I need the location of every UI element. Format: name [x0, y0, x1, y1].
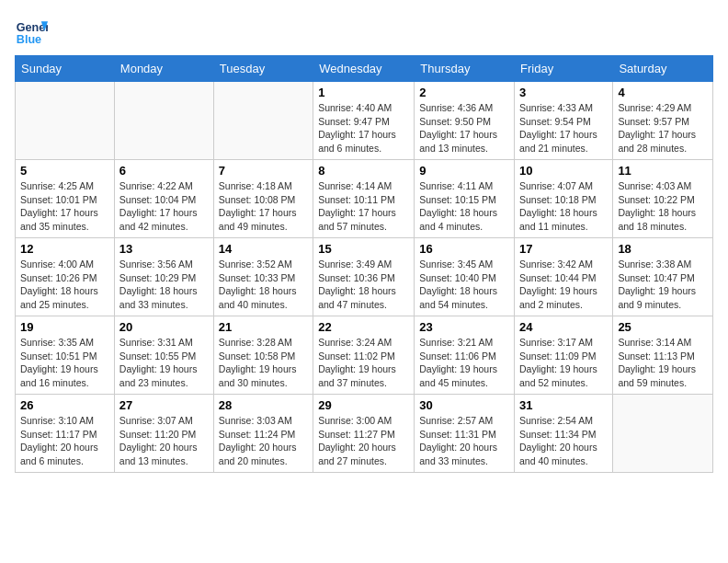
day-info: Sunrise: 3:42 AM Sunset: 10:44 PM Daylig… — [519, 258, 608, 312]
calendar-cell: 9Sunrise: 4:11 AM Sunset: 10:15 PM Dayli… — [415, 160, 515, 238]
day-number: 2 — [419, 86, 509, 99]
calendar-header-wednesday: Wednesday — [313, 56, 415, 82]
day-info: Sunrise: 4:40 AM Sunset: 9:47 PM Dayligh… — [318, 101, 409, 155]
calendar-cell: 18Sunrise: 3:38 AM Sunset: 10:47 PM Dayl… — [613, 238, 713, 316]
day-info: Sunrise: 3:38 AM Sunset: 10:47 PM Daylig… — [618, 258, 708, 312]
day-info: Sunrise: 3:03 AM Sunset: 11:24 PM Daylig… — [219, 414, 308, 468]
calendar-table: SundayMondayTuesdayWednesdayThursdayFrid… — [15, 55, 713, 473]
day-number: 23 — [419, 320, 509, 334]
day-info: Sunrise: 3:56 AM Sunset: 10:29 PM Daylig… — [119, 258, 209, 312]
calendar-header-thursday: Thursday — [415, 56, 515, 82]
week-row-2: 12Sunrise: 4:00 AM Sunset: 10:26 PM Dayl… — [16, 238, 713, 316]
logo: General Blue — [15, 15, 51, 48]
day-number: 18 — [618, 242, 708, 256]
day-number: 31 — [519, 398, 608, 412]
calendar-header-monday: Monday — [114, 56, 213, 82]
calendar-cell: 29Sunrise: 3:00 AM Sunset: 11:27 PM Dayl… — [313, 395, 415, 473]
day-number: 12 — [20, 242, 109, 256]
day-info: Sunrise: 3:28 AM Sunset: 10:58 PM Daylig… — [219, 336, 308, 390]
day-info: Sunrise: 3:07 AM Sunset: 11:20 PM Daylig… — [119, 414, 209, 468]
day-number: 28 — [219, 398, 308, 412]
day-number: 17 — [519, 242, 608, 256]
calendar-cell: 23Sunrise: 3:21 AM Sunset: 11:06 PM Dayl… — [415, 316, 515, 395]
day-info: Sunrise: 3:21 AM Sunset: 11:06 PM Daylig… — [419, 336, 509, 390]
day-number: 15 — [318, 242, 409, 256]
day-number: 13 — [119, 242, 209, 256]
calendar-cell: 22Sunrise: 3:24 AM Sunset: 11:02 PM Dayl… — [313, 316, 415, 395]
calendar-cell: 10Sunrise: 4:07 AM Sunset: 10:18 PM Dayl… — [515, 160, 613, 238]
calendar-cell: 16Sunrise: 3:45 AM Sunset: 10:40 PM Dayl… — [415, 238, 515, 316]
calendar-cell: 6Sunrise: 4:22 AM Sunset: 10:04 PM Dayli… — [114, 160, 213, 238]
calendar-cell: 12Sunrise: 4:00 AM Sunset: 10:26 PM Dayl… — [16, 238, 115, 316]
svg-text:Blue: Blue — [17, 33, 41, 46]
day-info: Sunrise: 4:00 AM Sunset: 10:26 PM Daylig… — [20, 258, 109, 312]
day-info: Sunrise: 4:18 AM Sunset: 10:08 PM Daylig… — [219, 179, 308, 234]
day-info: Sunrise: 3:31 AM Sunset: 10:55 PM Daylig… — [119, 336, 209, 390]
day-info: Sunrise: 4:03 AM Sunset: 10:22 PM Daylig… — [618, 179, 708, 234]
calendar-cell: 2Sunrise: 4:36 AM Sunset: 9:50 PM Daylig… — [415, 82, 515, 160]
day-info: Sunrise: 3:24 AM Sunset: 11:02 PM Daylig… — [318, 336, 409, 390]
calendar-cell: 28Sunrise: 3:03 AM Sunset: 11:24 PM Dayl… — [213, 395, 313, 473]
day-info: Sunrise: 3:17 AM Sunset: 11:09 PM Daylig… — [519, 336, 608, 390]
day-info: Sunrise: 4:22 AM Sunset: 10:04 PM Daylig… — [119, 179, 209, 234]
page-header: General Blue — [15, 15, 713, 48]
day-info: Sunrise: 3:10 AM Sunset: 11:17 PM Daylig… — [20, 414, 109, 468]
day-number: 24 — [519, 320, 608, 334]
day-number: 27 — [119, 398, 209, 412]
calendar-cell: 24Sunrise: 3:17 AM Sunset: 11:09 PM Dayl… — [515, 316, 613, 395]
calendar-cell: 4Sunrise: 4:29 AM Sunset: 9:57 PM Daylig… — [613, 82, 713, 160]
day-info: Sunrise: 3:35 AM Sunset: 10:51 PM Daylig… — [20, 336, 109, 390]
day-info: Sunrise: 3:49 AM Sunset: 10:36 PM Daylig… — [318, 258, 409, 312]
day-number: 6 — [119, 164, 209, 178]
calendar-cell: 27Sunrise: 3:07 AM Sunset: 11:20 PM Dayl… — [114, 395, 213, 473]
day-info: Sunrise: 4:14 AM Sunset: 10:11 PM Daylig… — [318, 179, 409, 234]
calendar-header-tuesday: Tuesday — [213, 56, 313, 82]
day-info: Sunrise: 2:57 AM Sunset: 11:31 PM Daylig… — [419, 414, 509, 468]
calendar-header-row: SundayMondayTuesdayWednesdayThursdayFrid… — [16, 56, 713, 82]
day-number: 11 — [618, 164, 708, 178]
calendar-cell: 13Sunrise: 3:56 AM Sunset: 10:29 PM Dayl… — [114, 238, 213, 316]
day-number: 10 — [519, 164, 608, 178]
calendar-header-friday: Friday — [515, 56, 613, 82]
day-info: Sunrise: 4:29 AM Sunset: 9:57 PM Dayligh… — [618, 101, 708, 155]
calendar-header-sunday: Sunday — [16, 56, 115, 82]
calendar-cell — [613, 395, 713, 473]
week-row-4: 26Sunrise: 3:10 AM Sunset: 11:17 PM Dayl… — [16, 395, 713, 473]
calendar-cell: 7Sunrise: 4:18 AM Sunset: 10:08 PM Dayli… — [213, 160, 313, 238]
day-info: Sunrise: 4:25 AM Sunset: 10:01 PM Daylig… — [20, 179, 109, 234]
week-row-0: 1Sunrise: 4:40 AM Sunset: 9:47 PM Daylig… — [16, 82, 713, 160]
day-number: 25 — [618, 320, 708, 334]
day-number: 14 — [219, 242, 308, 256]
day-number: 4 — [618, 86, 708, 99]
calendar-cell: 1Sunrise: 4:40 AM Sunset: 9:47 PM Daylig… — [313, 82, 415, 160]
day-info: Sunrise: 3:52 AM Sunset: 10:33 PM Daylig… — [219, 258, 308, 312]
day-info: Sunrise: 3:45 AM Sunset: 10:40 PM Daylig… — [419, 258, 509, 312]
day-number: 19 — [20, 320, 109, 334]
day-info: Sunrise: 2:54 AM Sunset: 11:34 PM Daylig… — [519, 414, 608, 468]
day-info: Sunrise: 4:33 AM Sunset: 9:54 PM Dayligh… — [519, 101, 608, 155]
day-number: 21 — [219, 320, 308, 334]
day-number: 22 — [318, 320, 409, 334]
day-number: 16 — [419, 242, 509, 256]
day-info: Sunrise: 3:14 AM Sunset: 11:13 PM Daylig… — [618, 336, 708, 390]
logo-icon: General Blue — [15, 15, 48, 48]
calendar-cell — [213, 82, 313, 160]
day-number: 5 — [20, 164, 109, 178]
calendar-cell: 30Sunrise: 2:57 AM Sunset: 11:31 PM Dayl… — [415, 395, 515, 473]
day-info: Sunrise: 3:00 AM Sunset: 11:27 PM Daylig… — [318, 414, 409, 468]
calendar-cell: 31Sunrise: 2:54 AM Sunset: 11:34 PM Dayl… — [515, 395, 613, 473]
day-number: 26 — [20, 398, 109, 412]
calendar-cell: 8Sunrise: 4:14 AM Sunset: 10:11 PM Dayli… — [313, 160, 415, 238]
calendar-cell: 20Sunrise: 3:31 AM Sunset: 10:55 PM Dayl… — [114, 316, 213, 395]
calendar-cell: 15Sunrise: 3:49 AM Sunset: 10:36 PM Dayl… — [313, 238, 415, 316]
calendar-cell — [114, 82, 213, 160]
calendar-cell: 3Sunrise: 4:33 AM Sunset: 9:54 PM Daylig… — [515, 82, 613, 160]
calendar-cell — [16, 82, 115, 160]
calendar-cell: 26Sunrise: 3:10 AM Sunset: 11:17 PM Dayl… — [16, 395, 115, 473]
calendar-cell: 21Sunrise: 3:28 AM Sunset: 10:58 PM Dayl… — [213, 316, 313, 395]
day-number: 7 — [219, 164, 308, 178]
week-row-3: 19Sunrise: 3:35 AM Sunset: 10:51 PM Dayl… — [16, 316, 713, 395]
day-number: 30 — [419, 398, 509, 412]
calendar-header-saturday: Saturday — [613, 56, 713, 82]
day-number: 8 — [318, 164, 409, 178]
